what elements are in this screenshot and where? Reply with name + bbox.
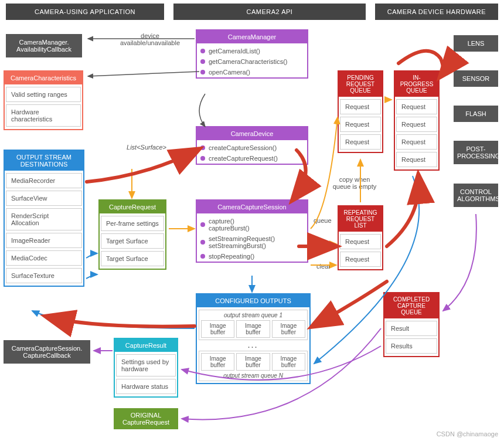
dot-icon	[200, 156, 205, 161]
capture-result-frame: CaptureResult Settings used by hardware …	[114, 338, 178, 398]
dest-item: ImageReader	[6, 233, 82, 248]
stream-queue-1: output stream queue 1	[201, 312, 305, 318]
char-item: Hardware characteristics	[6, 104, 81, 127]
req-item: Target Surface	[101, 251, 164, 266]
hw-sensor: SENSOR	[454, 70, 498, 87]
char-item: Valid setting ranges	[6, 87, 81, 102]
capture-result-title: CaptureResult	[115, 339, 177, 352]
set-label: set	[320, 242, 329, 249]
camera-characteristics-title: CameraCharacteristics	[5, 72, 82, 84]
image-buffer: Image buffer	[272, 320, 305, 338]
result-item: Results	[386, 338, 437, 354]
req-item: Request	[396, 99, 437, 114]
capture-session-title: CameraCaptureSession	[197, 201, 307, 213]
req-item: Request	[396, 152, 437, 167]
camera-device-title: CameraDevice	[197, 127, 307, 140]
req-item: Request	[396, 117, 437, 132]
repeating-list-title: REPEATING REQUEST LIST	[339, 206, 382, 232]
pending-queue-frame: PENDING REQUEST QUEUE Request Request Re…	[338, 70, 383, 153]
stream-queue-n: output stream queue N	[201, 372, 305, 379]
result-item: Result	[386, 321, 437, 336]
method-label: createCaptureSession()	[209, 144, 277, 151]
queue-label: queue	[314, 217, 332, 224]
dot-icon	[200, 49, 205, 53]
camera-manager-frame: CameraManager getCameraIdList() getCamer…	[196, 29, 308, 79]
req-item: Request	[396, 134, 437, 150]
output-dest-title: OUTPUT STREAM DESTINATIONS	[5, 151, 83, 171]
availability-callback: CameraManager. AvailabilityCallback	[6, 34, 82, 57]
method-label: createCaptureRequest()	[209, 155, 278, 162]
image-buffer: Image buffer	[201, 320, 234, 338]
req-item: Request	[340, 99, 381, 114]
dest-item: SurfaceTexture	[6, 268, 82, 283]
dot-icon	[200, 59, 205, 64]
method: openCamera()	[197, 67, 307, 77]
completed-queue-title: COMPLETED CAPTURE QUEUE	[384, 293, 438, 318]
watermark: CSDN @chinamaoge	[437, 430, 498, 437]
capture-request-frame: CaptureRequest Per-frame settings Target…	[98, 199, 166, 270]
configured-outputs-frame: CONFIGURED OUTPUTS output stream queue 1…	[196, 293, 311, 384]
method-label: capture() captureBurst()	[209, 218, 250, 232]
hw-post: POST- PROCESSING	[454, 141, 498, 164]
method: getCameraCharacteristics()	[197, 56, 307, 67]
camera-characteristics-frame: CameraCharacteristics Valid setting rang…	[4, 70, 83, 130]
req-item: Per-frame settings	[101, 216, 164, 231]
col-header-api: CAMERA2 API	[173, 4, 366, 20]
col-header-app: CAMERA-USING APPLICATION	[6, 4, 164, 20]
dest-item: SurfaceView	[6, 191, 82, 206]
req-item: Target Surface	[101, 233, 164, 249]
method-label: setStreamingRequest() setStreamingBurst(…	[209, 235, 275, 249]
method: getCameraIdList()	[197, 46, 307, 56]
dot-icon	[200, 222, 205, 227]
dot-icon	[200, 254, 205, 259]
capture-callback: CameraCaptureSession. CaptureCallback	[4, 340, 90, 364]
method-label: stopRepeating()	[209, 253, 254, 260]
req-item: Request	[340, 252, 381, 267]
req-item: Request	[340, 134, 381, 150]
ellipsis: ...	[197, 342, 309, 349]
hw-lens: LENS	[454, 35, 498, 52]
method: stopRepeating()	[197, 251, 307, 262]
configured-outputs-title: CONFIGURED OUTPUTS	[197, 294, 309, 307]
dot-icon	[200, 240, 205, 245]
repeating-list-frame: REPEATING REQUEST LIST Request Request	[338, 205, 383, 270]
req-item: Request	[340, 117, 381, 132]
method: createCaptureRequest()	[197, 153, 307, 164]
completed-queue-frame: COMPLETED CAPTURE QUEUE Result Results	[383, 292, 440, 357]
device-avail-label: device available/unavailable	[115, 32, 185, 46]
hw-flash: FLASH	[454, 106, 498, 122]
capture-request-title: CaptureRequest	[100, 201, 165, 213]
image-buffer: Image buffer	[272, 353, 305, 371]
camera-manager-title: CameraManager	[197, 30, 307, 43]
inprogress-queue-frame: IN-PROGRESS QUEUE Request Request Reques…	[394, 70, 440, 171]
req-item: Request	[340, 234, 381, 249]
image-buffer: Image buffer	[201, 353, 234, 371]
dest-item: RenderScript Allocation	[6, 208, 82, 230]
col-header-hw: CAMERA DEVICE HARDWARE	[375, 4, 498, 20]
original-request: ORIGINAL CaptureRequest	[114, 408, 178, 429]
clear-label: clear	[316, 263, 331, 270]
pending-queue-title: PENDING REQUEST QUEUE	[339, 72, 382, 97]
method-label: getCameraIdList()	[209, 48, 260, 55]
result-item: Settings used by hardware	[116, 354, 176, 376]
image-buffer: Image buffer	[236, 353, 270, 371]
method-label: openCamera()	[209, 69, 250, 76]
inprogress-queue-title: IN-PROGRESS QUEUE	[395, 72, 438, 97]
dest-item: MediaCodec	[6, 250, 82, 266]
method: setStreamingRequest() setStreamingBurst(…	[197, 233, 307, 251]
dot-icon	[200, 145, 205, 150]
dest-item: MediaRecorder	[6, 173, 82, 188]
method: createCaptureSession()	[197, 143, 307, 153]
result-item: Hardware status	[116, 379, 176, 394]
list-surface-label: List<Surface>	[117, 144, 176, 151]
image-buffer: Image buffer	[236, 320, 270, 338]
method: capture() captureBurst()	[197, 216, 307, 233]
method-label: getCameraCharacteristics()	[209, 58, 287, 65]
dot-icon	[200, 70, 205, 74]
hw-control: CONTROL ALGORITHMS	[454, 184, 498, 207]
camera-device-frame: CameraDevice createCaptureSession() crea…	[196, 126, 308, 165]
capture-session-frame: CameraCaptureSession capture() captureBu…	[196, 199, 308, 263]
output-dest-frame: OUTPUT STREAM DESTINATIONS MediaRecorder…	[4, 150, 84, 287]
copy-empty-label: copy when queue is empty	[328, 176, 381, 190]
